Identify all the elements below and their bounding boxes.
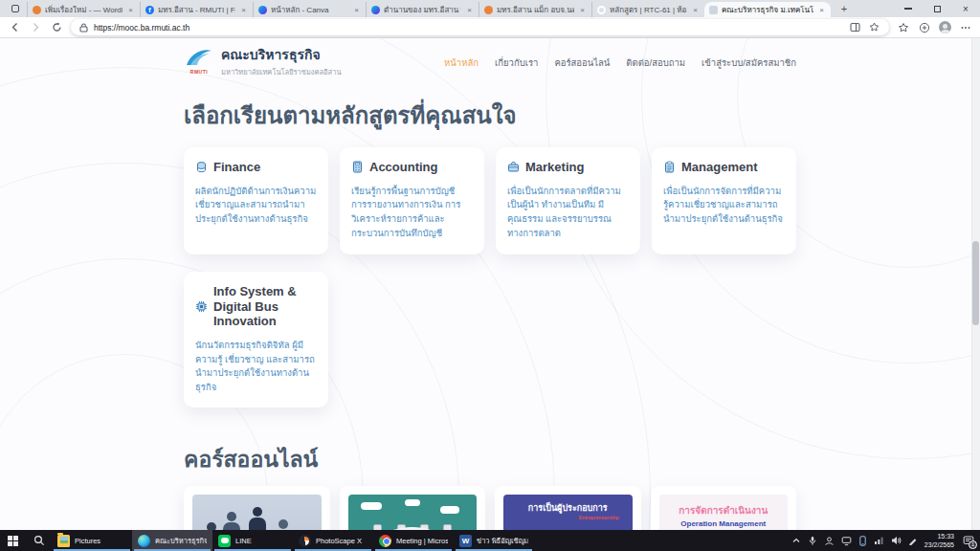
volume-icon[interactable] — [891, 536, 902, 545]
browser-tab-active[interactable]: คณะบริหารธุรกิจ ม.เทคโนโลยีราชมงค — [704, 2, 831, 17]
taskbar-app-pictures[interactable]: Pictures — [52, 530, 132, 551]
tab-title: ตำนานของ มทร.อีสาน ประชุมสามั Na — [384, 4, 461, 16]
tab-search-icon[interactable] — [8, 2, 23, 15]
team-meeting-photo — [192, 495, 322, 530]
course-card-business[interactable] — [340, 486, 486, 530]
close-button[interactable] — [951, 0, 980, 17]
browser-tab-wordpress-2[interactable]: มทร.อีสาน แม็ก อบจ.นครราชสีมา สมั — [479, 2, 591, 17]
program-title: Finance — [213, 160, 260, 175]
canva-icon — [258, 6, 267, 14]
tab-close-icon[interactable] — [691, 6, 700, 14]
tab-close-icon[interactable] — [239, 6, 248, 14]
site-title: คณะบริหารธุรกิจ — [221, 44, 342, 65]
profile-avatar[interactable] — [939, 21, 951, 33]
tray-person-icon[interactable] — [824, 536, 835, 546]
tab-title: คณะบริหารธุรกิจ ม.เทคโนโลยีราชมงค — [722, 4, 813, 16]
tab-close-icon[interactable] — [817, 6, 826, 14]
wordpress-site-icon — [33, 6, 41, 14]
collections-icon[interactable] — [897, 21, 910, 34]
site-logo[interactable]: RMUTI คณะบริหารธุรกิจ มหาวิทยาลัยเทคโนโล… — [184, 44, 342, 77]
tab-close-icon[interactable] — [578, 6, 587, 14]
site-subtitle: มหาวิทยาลัยเทคโนโลยีราชมงคลอีสาน — [221, 66, 342, 77]
browser-tab-facebook[interactable]: f มทร.อีสาน - RMUTI | Facebook — [140, 2, 253, 17]
new-tab-button[interactable]: + — [836, 2, 852, 15]
facebook-icon: f — [145, 6, 154, 14]
program-card-finance[interactable]: Finance ผลิตนักปฏิบัติด้านการเงินความเชี… — [184, 147, 328, 254]
browser-tab-canva-2[interactable]: ตำนานของ มทร.อีสาน ประชุมสามั Na — [366, 2, 479, 17]
tab-title: เพิ่มเรื่องใหม่ - — WordPress — [45, 4, 122, 16]
program-card-management[interactable]: Management เพื่อเป็นนักการจัดการที่มีควา… — [652, 147, 796, 254]
browser-window: เพิ่มเรื่องใหม่ - — WordPress f มทร.อีสา… — [0, 0, 980, 551]
coins-icon — [195, 161, 208, 173]
program-title: Management — [681, 160, 757, 175]
chrome-icon — [379, 535, 391, 547]
business-people-illustration — [348, 495, 478, 530]
nav-contact[interactable]: ติดต่อ/สอบถาม — [626, 55, 685, 70]
word-icon: W — [459, 535, 472, 547]
network-signal-icon[interactable] — [874, 536, 884, 545]
program-cards: Finance ผลิตนักปฏิบัติด้านการเงินความเชี… — [184, 147, 796, 408]
program-card-marketing[interactable]: Marketing เพื่อเป็นนักการตลาดที่มีความเป… — [496, 147, 640, 254]
pen-icon[interactable] — [908, 536, 918, 545]
back-button[interactable] — [8, 21, 21, 34]
course-card-operation[interactable]: การจัดการดำเนินงาน Operation Management … — [651, 486, 797, 530]
tray-time: 15:33 — [924, 532, 954, 540]
tab-close-icon[interactable] — [465, 6, 474, 14]
nav-courses[interactable]: คอร์สออนไลน์ — [554, 55, 610, 70]
maximize-button[interactable] — [923, 0, 951, 17]
start-button[interactable] — [0, 530, 26, 551]
taskbar-app-photoscape[interactable]: PhotoScape X — [293, 530, 373, 551]
address-bar[interactable]: https://mooc.ba.rmuti.ac.th — [71, 19, 889, 35]
scrollbar-thumb[interactable] — [972, 241, 979, 325]
tab-title: หน้าหลัก - Canva — [271, 4, 348, 16]
pictures-folder-icon — [57, 535, 70, 547]
favorites-star-icon[interactable] — [867, 21, 880, 34]
nav-home[interactable]: หน้าหลัก — [444, 55, 479, 70]
calculator-icon — [351, 161, 364, 173]
nav-about[interactable]: เกี่ยวกับเรา — [495, 55, 538, 70]
program-card-infosystem[interactable]: Info System & Digital Bus Innovation นัก… — [184, 272, 328, 408]
forward-button[interactable] — [29, 21, 42, 34]
course-card-entrepreneurship[interactable]: การเป็นผู้ประกอบการ Entrepreneurship How… — [495, 486, 641, 530]
tray-display-icon[interactable] — [841, 536, 852, 546]
tray-clock[interactable]: 15:33 23/2/2565 — [924, 532, 954, 549]
program-card-accounting[interactable]: Accounting เรียนรู้การพื้นฐานการบัญชี กา… — [340, 147, 484, 254]
program-description: นักนวัตกรรมธุรกิจดิจิทัล ผู้มีความรู้ เช… — [195, 339, 317, 395]
course-title-english: Operation Management — [659, 519, 789, 528]
window-controls — [894, 0, 980, 17]
wordpress-site-icon — [484, 6, 493, 14]
canva-icon — [371, 6, 380, 14]
tab-close-icon[interactable] — [126, 6, 135, 14]
tab-strip: เพิ่มเรื่องใหม่ - — WordPress f มทร.อีสา… — [0, 0, 980, 17]
tab-title: หลักสูตร | RTC-61 | ห้องเรียนเริ่มกั — [610, 4, 687, 16]
minimize-button[interactable] — [894, 0, 923, 17]
taskbar-app-edge[interactable]: คณะบริหารธุรกิจ ม.เท... — [132, 530, 212, 551]
tab-close-icon[interactable] — [352, 6, 361, 14]
browser-tab-rtc[interactable]: หลักสูตร | RTC-61 | ห้องเรียนเริ่มกั — [591, 2, 704, 17]
browser-tab-canva[interactable]: หน้าหลัก - Canva — [253, 2, 366, 17]
taskbar-app-line[interactable]: LINE — [212, 530, 293, 551]
taskbar-app-meeting[interactable]: Meeting | Microsof... — [373, 530, 454, 551]
course-subtitle-english: Entrepreneurship — [503, 515, 633, 520]
taskbar-app-word[interactable]: W ข่าว พิธีอัญเชิญเการขึ้นระบบ... — [454, 530, 534, 551]
nav-login-register[interactable]: เข้าสู่ระบบ/สมัครสมาชิก — [702, 55, 796, 70]
swoosh-bird-logo-icon — [185, 47, 213, 68]
site-favicon — [709, 6, 718, 14]
action-center-button[interactable]: 1 — [961, 534, 975, 548]
taskbar-search-button[interactable] — [26, 530, 52, 551]
reading-mode-icon[interactable] — [848, 21, 861, 34]
tray-date: 23/2/2565 — [924, 540, 954, 549]
refresh-button[interactable] — [50, 21, 63, 34]
browser-tab-wordpress[interactable]: เพิ่มเรื่องใหม่ - — WordPress — [27, 2, 140, 17]
page-scrollbar[interactable] — [971, 38, 980, 530]
photoscape-icon — [299, 535, 311, 547]
tray-phone-icon[interactable] — [858, 536, 867, 546]
course-card-team[interactable] — [184, 486, 330, 530]
chip-icon — [195, 300, 208, 313]
settings-menu-icon[interactable] — [959, 21, 972, 34]
extensions-icon[interactable] — [918, 21, 931, 34]
chevron-up-icon[interactable] — [791, 536, 801, 545]
windows-taskbar: Pictures คณะบริหารธุรกิจ ม.เท... LINE Ph… — [0, 530, 980, 551]
browser-toolbar: https://mooc.ba.rmuti.ac.th — [0, 17, 980, 38]
microphone-icon[interactable] — [808, 536, 817, 546]
